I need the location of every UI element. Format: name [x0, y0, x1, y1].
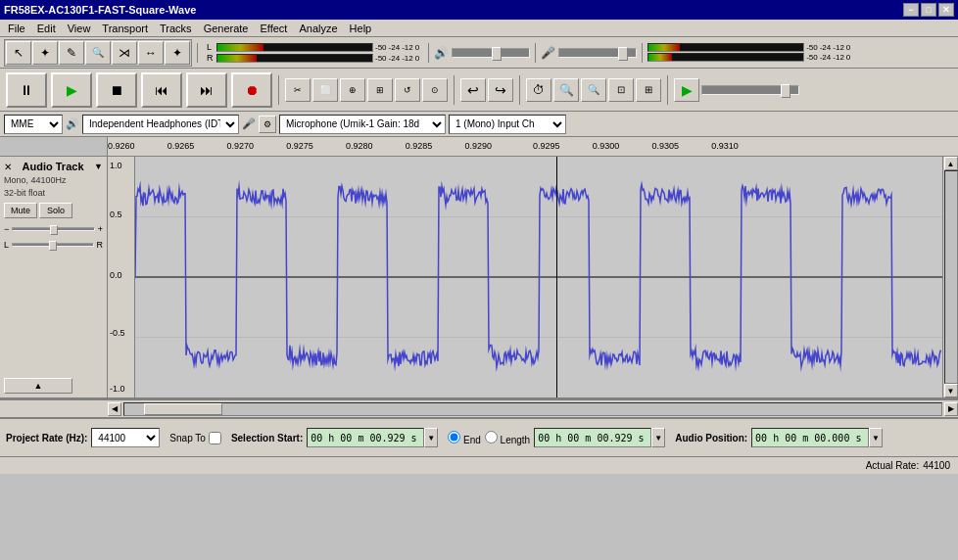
timer-btn[interactable]: ⏱	[526, 78, 551, 102]
zoom-tool-btn[interactable]: 🔍	[85, 41, 111, 65]
play-button[interactable]: ▶	[51, 72, 92, 108]
loop-btn[interactable]: ↺	[395, 78, 420, 102]
scroll-left-button[interactable]: ◀	[108, 402, 121, 416]
undo-redo-section: ↩ ↪	[460, 78, 513, 102]
vu-r-50: -50	[375, 54, 387, 63]
multi-tool-btn[interactable]: ✦	[165, 41, 190, 65]
time-shift-btn[interactable]: ↔	[138, 41, 164, 65]
h-scroll-thumb[interactable]	[144, 403, 222, 415]
vu-meter-l-row: L -50 -24 -12 0	[207, 42, 419, 52]
driver-select[interactable]: MME	[4, 115, 63, 134]
pause-button[interactable]: ⏸	[6, 72, 47, 108]
menu-tracks[interactable]: Tracks	[154, 22, 198, 35]
project-rate-label: Project Rate (Hz):	[6, 433, 87, 443]
gain-thumb[interactable]	[50, 225, 58, 235]
snap-btn[interactable]: ⊕	[340, 78, 365, 102]
menu-file[interactable]: File	[2, 22, 31, 35]
play-green-btn[interactable]: ▶	[674, 78, 699, 102]
pan-thumb[interactable]	[49, 241, 57, 251]
track-menu-btn[interactable]: ▼	[94, 162, 103, 171]
output-device-select[interactable]: Independent Headphones (IDT	[82, 115, 239, 134]
menu-transport[interactable]: Transport	[96, 22, 154, 35]
redo-btn[interactable]: ↪	[488, 78, 513, 102]
input-volume-slider[interactable]	[558, 48, 637, 58]
end-dropdown[interactable]: ▼	[651, 428, 665, 447]
record-button[interactable]: ⏺	[231, 72, 272, 108]
loopback-btn[interactable]: ⊙	[422, 78, 448, 102]
end-radio[interactable]	[448, 431, 460, 443]
zoom-sel-btn[interactable]: ⊞	[636, 78, 661, 102]
collapse-button[interactable]: ▲	[4, 378, 72, 394]
project-rate-select[interactable]: 44100	[91, 428, 160, 447]
trim-btn[interactable]: ✂	[285, 78, 311, 102]
length-radio[interactable]	[485, 431, 498, 443]
snap-to-label: Snap To	[169, 433, 206, 443]
menu-help[interactable]: Help	[344, 22, 378, 35]
vu2-12: -12	[833, 43, 844, 52]
maximize-button[interactable]: □	[921, 3, 936, 17]
tick-2: 0.9270	[227, 141, 255, 151]
v-scroll-track[interactable]	[944, 170, 958, 384]
vu-meter-r-row: R -50 -24 -12 0	[207, 53, 419, 63]
end-label: End	[463, 435, 481, 445]
rewind-button[interactable]: ⏮	[141, 72, 182, 108]
channel-select[interactable]: 1 (Mono) Input Ch	[449, 115, 566, 134]
pan-slider[interactable]	[12, 243, 93, 247]
vu2-l-fill	[648, 44, 680, 51]
selection-start-display[interactable]: 00 h 00 m 00.929 s	[307, 428, 424, 447]
zoom-out-waveform-btn[interactable]: 🔍	[581, 78, 606, 102]
end-display[interactable]: 00 h 00 m 00.929 s	[534, 428, 651, 447]
y-half-neg-label: -0.5	[110, 328, 125, 338]
vu-l-50: -50	[375, 43, 387, 52]
solo-button[interactable]: Solo	[39, 203, 72, 218]
y-max-label: 1.0	[110, 161, 132, 170]
playback-speed-thumb[interactable]	[781, 84, 790, 98]
ffwd-button[interactable]: ⏭	[186, 72, 227, 108]
scroll-up-button[interactable]: ▲	[944, 157, 958, 170]
gain-slider[interactable]	[12, 227, 94, 231]
draw-tool-btn[interactable]: ✎	[59, 41, 84, 65]
scroll-right-button[interactable]: ▶	[944, 402, 958, 416]
snap-to-checkbox[interactable]	[209, 432, 221, 444]
menu-analyze[interactable]: Analyze	[293, 22, 343, 35]
playback-speed-slider[interactable]	[701, 85, 799, 95]
silence-btn[interactable]: ⬜	[312, 78, 338, 102]
mic-config-btn[interactable]: ⚙	[259, 116, 276, 133]
output-volume-thumb[interactable]	[492, 47, 502, 61]
zoom-fit-btn[interactable]: ⊡	[608, 78, 634, 102]
menu-edit[interactable]: Edit	[31, 22, 62, 35]
zoom-in-waveform-btn[interactable]: 🔍	[553, 78, 579, 102]
length-radio-label: Length	[485, 431, 530, 445]
output-volume-slider[interactable]	[452, 48, 530, 58]
waveform-canvas	[135, 157, 942, 397]
menu-view[interactable]: View	[62, 22, 97, 35]
select-tool-btn[interactable]: ↖	[6, 41, 31, 65]
menu-generate[interactable]: Generate	[198, 22, 255, 35]
y-min-label: -1.0	[110, 384, 132, 394]
mute-button[interactable]: Mute	[4, 203, 37, 218]
y-mid-label: 0.0	[110, 270, 122, 280]
track-close-btn[interactable]: ✕	[4, 162, 12, 172]
separator3	[535, 43, 536, 63]
input-device-select[interactable]: Microphone (Umik-1 Gain: 18d	[279, 115, 446, 134]
scroll-down-button[interactable]: ▼	[944, 384, 958, 397]
waveform-area[interactable]	[135, 157, 942, 397]
vu-meter2-r	[647, 53, 804, 62]
envelope-tool-btn[interactable]: ✦	[32, 41, 58, 65]
h-scrollbar[interactable]	[123, 402, 942, 416]
close-button[interactable]: ✕	[938, 3, 954, 17]
stop-button[interactable]: ⏹	[96, 72, 137, 108]
trim-tool-btn[interactable]: ⋊	[112, 41, 137, 65]
selection-start-label: Selection Start:	[231, 433, 303, 443]
audio-pos-dropdown[interactable]: ▼	[869, 428, 883, 447]
audio-pos-display[interactable]: 00 h 00 m 00.000 s	[751, 428, 869, 447]
input-volume-thumb[interactable]	[618, 47, 628, 61]
ruler-spacer	[0, 137, 108, 156]
selection-start-dropdown[interactable]: ▼	[424, 428, 438, 447]
menu-effect[interactable]: Effect	[255, 22, 294, 35]
vu2-0: 0	[846, 43, 850, 52]
zoom-in-btn[interactable]: ⊞	[367, 78, 393, 102]
minimize-button[interactable]: −	[903, 3, 919, 17]
playback-section: ▶	[674, 78, 799, 102]
undo-btn[interactable]: ↩	[460, 78, 486, 102]
